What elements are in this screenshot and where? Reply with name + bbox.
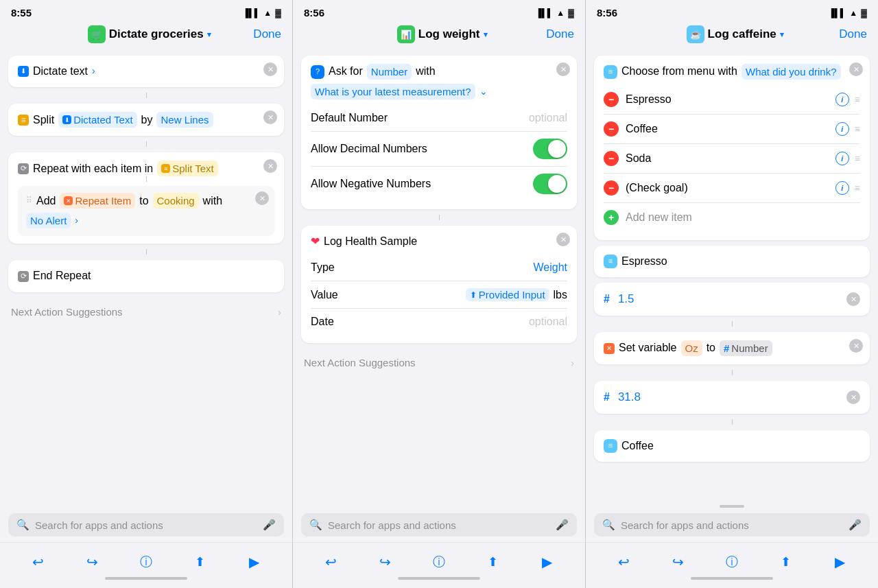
coffee-info[interactable]: i [835,122,849,136]
menu-item-soda[interactable]: − Soda i ≡ [604,144,860,174]
set-var-icon: ✕ [604,343,615,354]
next-actions-2[interactable]: Next Action Suggestions › [301,349,577,377]
action-number-1[interactable]: # 1.5 ✕ [594,283,870,316]
close-number-1[interactable]: ✕ [846,292,860,306]
decimal-label: Allow Decimal Numbers [311,143,427,155]
nav-done-1[interactable]: Done [253,27,281,41]
action-log-health[interactable]: ✕ ❤ Log Health Sample Type Weight Value … [301,226,577,343]
share-button-2[interactable]: ⬆ [484,552,503,572]
goal-minus[interactable]: − [604,180,619,196]
number-token[interactable]: Number [367,64,412,80]
soda-minus[interactable]: − [604,151,619,166]
nav-chevron-3[interactable]: ▾ [780,30,784,39]
undo-button-1[interactable]: ↩ [28,552,47,572]
share-button-1[interactable]: ⬆ [191,552,210,572]
dictate-chevron[interactable]: › [92,64,95,78]
search-bar-1[interactable]: 🔍 Search for apps and actions 🎤 [8,513,284,537]
espresso-minus[interactable]: − [604,92,619,107]
action-dictate-text[interactable]: ✕ ⬇ Dictate text › [8,56,284,87]
redo-button-1[interactable]: ↪ [82,552,102,572]
inner-chevron[interactable]: › [75,214,78,228]
coffee-left: − Coffee [604,121,658,137]
action-repeat[interactable]: ✕ ⟳ Repeat with each item in ≡ Split Tex… [8,152,284,244]
close-ask[interactable]: ✕ [556,62,570,76]
espresso-drag[interactable]: ≡ [855,94,860,105]
menu-item-goal[interactable]: − (Check goal) i ≡ [604,174,860,203]
negative-toggle[interactable] [533,174,567,194]
share-button-3[interactable]: ⬆ [776,552,796,572]
search-bar-3[interactable]: 🔍 Search for apps and actions 🎤 [594,513,870,537]
mic-icon-2[interactable]: 🎤 [556,519,569,531]
battery-icon: ▓ [275,8,281,18]
menu-item-coffee[interactable]: − Coffee i ≡ [604,115,860,144]
action-set-variable[interactable]: ✕ ✕ Set variable Oz to # Number [594,332,870,364]
default-number-row: Default Number optional [311,105,567,132]
type-value[interactable]: Weight [533,261,567,274]
inner-add-action[interactable]: ✕ ⠿ Add ✕ Repeat Item to Cooking with No… [18,186,274,235]
undo-button-3[interactable]: ↩ [614,552,633,572]
play-button-2[interactable]: ▶ [538,552,557,572]
soda-info[interactable]: i [835,152,849,165]
ask-chevron[interactable]: ⌄ [479,85,488,99]
redo-button-3[interactable]: ↪ [668,552,687,572]
repeat-item-token[interactable]: ✕ Repeat Item [60,193,135,209]
close-split[interactable]: ✕ [263,110,277,124]
nav-chevron-2[interactable]: ▾ [484,30,488,39]
close-set-var[interactable]: ✕ [849,339,863,353]
nav-title-1[interactable]: 🛒 Dictate groceries ▾ [88,25,211,43]
close-health[interactable]: ✕ [556,233,570,246]
menu-item-add[interactable]: + Add new item [604,203,860,232]
mic-icon-1[interactable]: 🎤 [263,519,276,531]
provided-input-token[interactable]: ⬆ Provided Input [466,288,549,301]
decimal-toggle-knob [548,140,566,158]
play-button-3[interactable]: ▶ [831,552,850,572]
info-button-3[interactable]: ⓘ [722,552,741,572]
info-button-2[interactable]: ⓘ [429,552,449,572]
decimal-toggle[interactable] [533,139,567,159]
close-dictate[interactable]: ✕ [263,62,277,76]
goal-drag[interactable]: ≡ [855,183,860,193]
number-token-2[interactable]: # Number [720,340,772,356]
play-button-1[interactable]: ▶ [245,552,264,572]
action-split-text[interactable]: ✕ ≡ Split ⬇ Dictated Text by New Lines [8,104,284,136]
prompt-token[interactable]: What is your latest measurement? [311,84,475,99]
nav-title-3[interactable]: ☕ Log caffeine ▾ [687,25,784,43]
undo-button-2[interactable]: ↩ [321,552,340,572]
menu-item-espresso[interactable]: − Espresso i ≡ [604,85,860,115]
info-button-1[interactable]: ⓘ [137,552,156,572]
new-lines-token[interactable]: New Lines [156,112,213,128]
espresso-header-label: Espresso [621,254,667,269]
close-inner[interactable]: ✕ [255,191,269,205]
close-number-2[interactable]: ✕ [846,390,860,404]
toolbar-icons-1: ↩ ↪ ⓘ ⬆ ▶ [0,548,292,572]
close-choose[interactable]: ✕ [849,62,863,76]
action-number-2[interactable]: # 31.8 ✕ [594,381,870,414]
espresso-info[interactable]: i [835,93,849,106]
split-text-token[interactable]: ≡ Split Text [157,161,218,176]
number-1-row: # 1.5 [604,291,634,307]
action-ask-number[interactable]: ✕ ? Ask for Number with What is your lat… [301,56,577,209]
close-repeat[interactable]: ✕ [263,159,277,173]
coffee-drag[interactable]: ≡ [855,124,860,134]
mic-icon-3[interactable]: 🎤 [849,519,862,531]
nav-done-2[interactable]: Done [546,27,574,41]
goal-info[interactable]: i [835,181,849,195]
action-choose-menu[interactable]: ✕ ≡ Choose from menu with What did you d… [594,56,870,240]
nav-chevron-1[interactable]: ▾ [207,30,211,39]
no-alert-token[interactable]: No Alert [26,213,71,228]
oz-token[interactable]: Oz [681,340,702,356]
add-item-plus[interactable]: + [604,210,619,225]
coffee-minus[interactable]: − [604,121,619,137]
cooking-token[interactable]: Cooking [153,193,199,209]
dictated-text-token[interactable]: ⬇ Dictated Text [58,112,137,128]
nav-done-3[interactable]: Done [839,27,867,41]
nav-title-2[interactable]: 📊 Log weight ▾ [397,25,488,43]
action-end-repeat[interactable]: ⟳ End Repeat [8,260,284,292]
soda-drag[interactable]: ≡ [855,153,860,164]
redo-button-2[interactable]: ↪ [375,552,394,572]
next-actions-1[interactable]: Next Action Suggestions › [8,298,284,326]
what-did-token[interactable]: What did you drink? [741,64,841,80]
search-bar-2[interactable]: 🔍 Search for apps and actions 🎤 [301,513,577,537]
repeat-icon: ⟳ [18,163,29,174]
type-row[interactable]: Type Weight [311,255,567,281]
